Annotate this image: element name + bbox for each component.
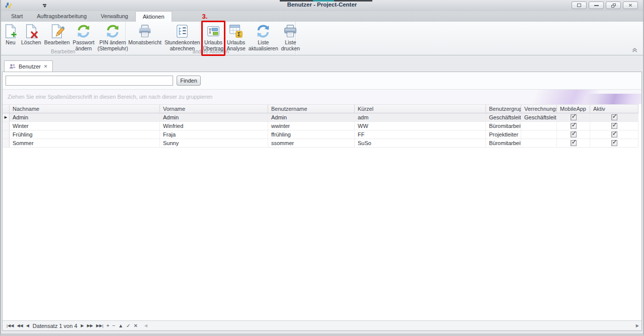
mobileapp-checkbox[interactable]: ✓ bbox=[571, 123, 577, 129]
tab-aktionen[interactable]: Aktionen bbox=[135, 11, 172, 22]
tab-auftragsbearbeitung[interactable]: Auftragsbearbeitung bbox=[30, 11, 94, 22]
column-header-benutzergruppe[interactable]: Benutzergrup... bbox=[486, 105, 521, 113]
cell-mobileapp: ✓ bbox=[557, 113, 590, 121]
nav-append-button[interactable]: + bbox=[105, 321, 111, 330]
application-window: Benutzer - Project-Center ✕ Start Auftra… bbox=[0, 0, 644, 336]
nav-next-page-button[interactable]: ▶▶ bbox=[86, 321, 95, 330]
window-title: Benutzer - Project-Center bbox=[1, 2, 643, 8]
cell-benutzername: wwinter bbox=[268, 122, 355, 130]
refresh-blue-icon bbox=[256, 24, 271, 39]
record-count-text: Datensatz 1 von 4 bbox=[33, 323, 77, 329]
loeschen-button[interactable]: Löschen bbox=[20, 23, 43, 46]
group-by-panel[interactable]: Ziehen Sie eine Spaltenüberschrift in di… bbox=[3, 90, 641, 104]
nav-next-button[interactable]: ▶ bbox=[79, 321, 86, 330]
scroll-left-icon[interactable]: ◀ bbox=[144, 323, 147, 328]
indicator-column-header bbox=[3, 105, 10, 113]
liste-drucken-button[interactable]: Liste drucken bbox=[280, 23, 301, 52]
mobileapp-checkbox[interactable]: ✓ bbox=[571, 140, 577, 146]
monatsbericht-button[interactable]: Monatsbericht bbox=[127, 23, 163, 46]
restore-button[interactable] bbox=[606, 2, 621, 9]
column-header-mobileapp[interactable]: MobileApp bbox=[557, 105, 590, 113]
cell-benutzername: ssommer bbox=[268, 139, 355, 147]
nav-edit-button[interactable]: ▲ bbox=[117, 321, 125, 330]
table-row[interactable]: Winter Winfried wwinter WW Büromitarbeit… bbox=[3, 122, 638, 130]
aktiv-checkbox[interactable]: ✓ bbox=[611, 131, 617, 138]
cell-kuerzel: FF bbox=[355, 130, 486, 139]
collapse-ribbon-icon[interactable] bbox=[631, 47, 638, 53]
check-icon: ✓ bbox=[572, 129, 577, 137]
table-row[interactable]: Frühling Fraja ffrühling FF Projektleite… bbox=[3, 130, 638, 139]
cell-nachname: Winter bbox=[10, 122, 160, 130]
ribbon-group-bearbeiten: Neu Löschen bbox=[1, 22, 126, 55]
minimize-button[interactable] bbox=[589, 2, 604, 9]
mobileapp-checkbox[interactable]: ✓ bbox=[571, 114, 577, 120]
table-row[interactable]: ▶ Admin Admin Admin adm Geschäftsleit...… bbox=[3, 113, 638, 122]
neu-button[interactable]: Neu bbox=[2, 23, 20, 46]
column-header-aktiv[interactable]: Aktiv bbox=[590, 105, 638, 113]
close-button[interactable]: ✕ bbox=[623, 2, 638, 9]
liste-aktualisieren-button[interactable]: Liste aktualisieren bbox=[247, 23, 280, 52]
tab-start[interactable]: Start bbox=[4, 11, 30, 22]
nav-post-button[interactable]: ✓ bbox=[125, 321, 132, 330]
tab-benutzer-label: Benutzer bbox=[19, 63, 41, 70]
mobileapp-checkbox[interactable]: ✓ bbox=[571, 131, 577, 138]
aktiv-checkbox[interactable]: ✓ bbox=[611, 123, 617, 129]
cell-nachname: Sommer bbox=[10, 139, 160, 147]
cell-verrechnung bbox=[521, 139, 557, 147]
fullscreen-button[interactable] bbox=[572, 2, 587, 9]
cell-nachname: Admin bbox=[10, 113, 160, 121]
finden-button[interactable]: Finden bbox=[177, 76, 201, 86]
pin-aendern-button[interactable]: PIN ändern (Stempeluhr) bbox=[96, 23, 130, 52]
window-title-app: Project-Center bbox=[317, 2, 357, 8]
tab-verwaltung[interactable]: Verwaltung bbox=[94, 11, 135, 22]
nav-last-button[interactable]: ▶▶| bbox=[95, 321, 105, 330]
window-title-prefix: Benutzer - bbox=[287, 2, 317, 8]
aktiv-checkbox[interactable]: ✓ bbox=[611, 140, 617, 146]
cell-benutzergruppe: Büromitarbeiter bbox=[486, 122, 521, 130]
aktiv-checkbox[interactable]: ✓ bbox=[611, 114, 617, 120]
column-header-nachname[interactable]: Nachname bbox=[10, 105, 160, 113]
scroll-right-icon[interactable]: ▶ bbox=[636, 323, 639, 328]
bearbeiten-label: Bearbeiten bbox=[44, 39, 70, 45]
benutzer-panel: Finden Ziehen Sie eine Spaltenüberschrif… bbox=[2, 72, 642, 331]
cell-nachname: Frühling bbox=[10, 130, 160, 139]
bearbeiten-button[interactable]: Bearbeiten bbox=[43, 23, 71, 46]
column-header-vorname[interactable]: Vorname bbox=[160, 105, 268, 113]
column-header-verrechnung[interactable]: Verrechnungs... bbox=[521, 105, 557, 113]
tab-benutzer-document[interactable]: Benutzer ✕ bbox=[4, 60, 53, 72]
urlaubs-analyse-button[interactable]: Σ Urlaubs Analyse bbox=[225, 23, 247, 52]
ribbon: Neu Löschen bbox=[1, 22, 643, 55]
refresh-green-icon bbox=[76, 24, 91, 39]
nav-first-button[interactable]: |◀◀ bbox=[5, 321, 15, 330]
title-bar: Benutzer - Project-Center ✕ bbox=[1, 0, 643, 11]
search-row: Finden bbox=[3, 72, 641, 90]
nav-prev-page-button[interactable]: ◀◀ bbox=[15, 321, 24, 330]
cell-aktiv: ✓ bbox=[590, 122, 638, 130]
column-header-kuerzel[interactable]: Kürzel bbox=[355, 105, 486, 113]
urlaubs-uebertrag-button[interactable]: 3. Urlaubs Übertrag bbox=[201, 21, 226, 56]
check-icon: ✓ bbox=[612, 121, 618, 128]
cell-kuerzel: WW bbox=[355, 122, 486, 130]
ribbon-tab-strip: Start Auftragsbearbeitung Verwaltung Akt… bbox=[1, 11, 643, 22]
users-tab-icon bbox=[9, 63, 16, 70]
printer-icon bbox=[283, 24, 298, 39]
row-indicator bbox=[3, 122, 10, 130]
close-icon: ✕ bbox=[628, 3, 632, 8]
check-icon: ✓ bbox=[572, 138, 577, 146]
tab-close-icon[interactable]: ✕ bbox=[44, 64, 48, 69]
search-input[interactable] bbox=[6, 76, 173, 86]
stundenkonten-abrechnen-button[interactable]: Stundenkonten abrechnen bbox=[163, 23, 202, 52]
nav-delete-button[interactable]: − bbox=[111, 321, 117, 330]
cell-verrechnung bbox=[521, 122, 557, 130]
nav-cancel-button[interactable]: ✕ bbox=[132, 321, 139, 330]
refresh-green-icon bbox=[105, 24, 120, 39]
passwort-aendern-button[interactable]: Passwort ändern bbox=[71, 23, 96, 52]
group-by-hint: Ziehen Sie eine Spaltenüberschrift in di… bbox=[8, 94, 212, 100]
table-row[interactable]: Sommer Sunny ssommer SuSo Büromitarbeite… bbox=[3, 139, 638, 148]
column-header-benutzername[interactable]: Benutzername bbox=[268, 105, 355, 113]
nav-prev-button[interactable]: ◀ bbox=[25, 321, 31, 330]
cell-benutzername: Admin bbox=[268, 113, 355, 121]
printer-icon bbox=[137, 24, 152, 39]
horizontal-scrollbar[interactable]: ◀ ▶ bbox=[139, 321, 641, 330]
svg-text:Σ: Σ bbox=[237, 32, 240, 37]
